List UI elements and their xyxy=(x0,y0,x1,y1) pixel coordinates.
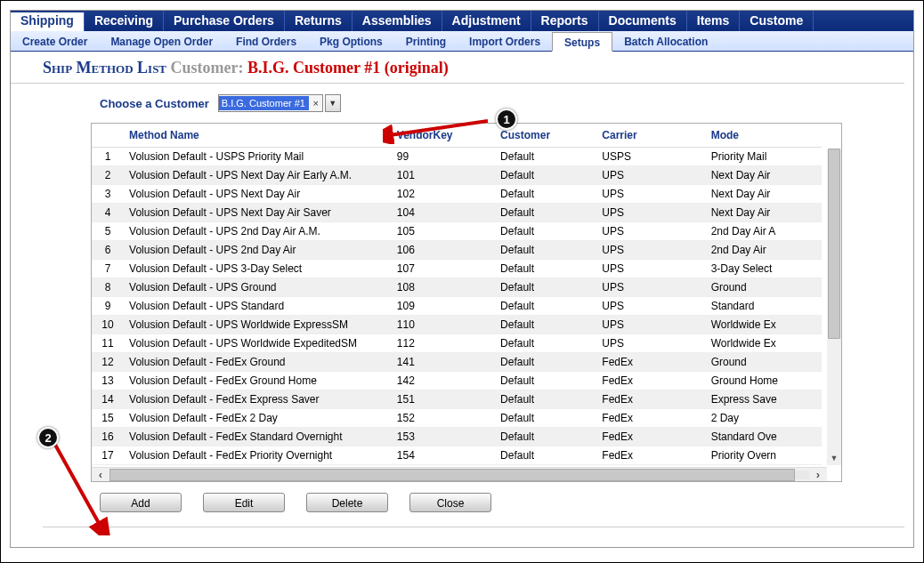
cell: FedEx xyxy=(596,353,705,372)
cell: 5 xyxy=(92,222,124,241)
table-row[interactable]: 16Volusion Default - FedEx Standard Over… xyxy=(92,428,822,446)
main-tab-documents[interactable]: Documents xyxy=(599,11,687,31)
cell: Ground Home xyxy=(706,372,822,390)
cell: Volusion Default - UPS Standard xyxy=(124,297,392,316)
sub-tab-find-orders[interactable]: Find Orders xyxy=(224,31,308,51)
table-row[interactable]: 5Volusion Default - UPS 2nd Day Air A.M.… xyxy=(92,222,822,241)
scroll-right-icon[interactable]: › xyxy=(809,468,827,481)
cell: 110 xyxy=(392,316,495,334)
cell: Volusion Default - FedEx 2 Day xyxy=(124,409,392,428)
scroll-down-icon[interactable]: ▼ xyxy=(827,451,841,465)
add-button[interactable]: Add xyxy=(100,493,182,512)
col-header-method[interactable]: Method Name xyxy=(124,124,392,148)
customer-input[interactable]: B.I.G. Customer #1 × xyxy=(218,94,323,112)
cell: Default xyxy=(495,204,596,222)
cell: Default xyxy=(495,297,596,316)
cell: Default xyxy=(495,222,596,241)
main-tab-shipping[interactable]: Shipping xyxy=(11,11,85,31)
cell: UPS xyxy=(596,222,705,241)
main-nav: ShippingReceivingPurchase OrdersReturnsA… xyxy=(11,11,913,31)
table-row[interactable]: 8Volusion Default - UPS Ground108Default… xyxy=(92,278,822,297)
delete-button[interactable]: Delete xyxy=(306,493,388,512)
cell: Worldwide Ex xyxy=(706,334,822,353)
cell: 8 xyxy=(92,278,124,297)
scroll-left-icon[interactable]: ‹ xyxy=(92,468,109,481)
table-row[interactable]: 14Volusion Default - FedEx Express Saver… xyxy=(92,390,822,409)
customer-dropdown-button[interactable]: ▼ xyxy=(325,94,341,112)
table-row[interactable]: 2Volusion Default - UPS Next Day Air Ear… xyxy=(92,166,822,185)
main-tab-adjustment[interactable]: Adjustment xyxy=(442,11,531,31)
cell: 104 xyxy=(392,204,495,222)
table-row[interactable]: 9Volusion Default - UPS Standard109Defau… xyxy=(92,297,822,316)
cell: Default xyxy=(495,185,596,204)
table-row[interactable]: 3Volusion Default - UPS Next Day Air102D… xyxy=(92,185,822,204)
cell: Volusion Default - UPS Next Day Air Save… xyxy=(124,204,392,222)
cell: Default xyxy=(495,409,596,428)
main-tab-reports[interactable]: Reports xyxy=(531,11,599,31)
cell: UPS xyxy=(596,185,705,204)
table-row[interactable]: 11Volusion Default - UPS Worldwide Exped… xyxy=(92,334,822,353)
table-row[interactable]: 1Volusion Default - USPS Priority Mail99… xyxy=(92,148,822,166)
cell: UPS xyxy=(596,260,705,278)
cell: Standard xyxy=(706,297,822,316)
vertical-scrollbar[interactable]: ▼ xyxy=(827,149,841,465)
sub-tab-manage-open-order[interactable]: Manage Open Order xyxy=(99,31,224,51)
main-tab-custome[interactable]: Custome xyxy=(740,11,814,31)
horizontal-scrollbar[interactable]: ‹ › xyxy=(92,467,827,481)
sub-tab-import-orders[interactable]: Import Orders xyxy=(458,31,552,51)
cell: 2nd Day Air A xyxy=(706,222,822,241)
main-tab-purchase-orders[interactable]: Purchase Orders xyxy=(164,11,285,31)
cell: 108 xyxy=(392,278,495,297)
sub-tab-create-order[interactable]: Create Order xyxy=(11,31,99,51)
cell: Volusion Default - UPS 2nd Day Air xyxy=(124,241,392,260)
cell: 6 xyxy=(92,241,124,260)
table-row[interactable]: 12Volusion Default - FedEx Ground141Defa… xyxy=(92,353,822,372)
cell: 3 xyxy=(92,185,124,204)
cell: 151 xyxy=(392,390,495,409)
table-row[interactable]: 15Volusion Default - FedEx 2 Day152Defau… xyxy=(92,409,822,428)
sub-tab-setups[interactable]: Setups xyxy=(552,32,612,52)
cell: Volusion Default - UPS 3-Day Select xyxy=(124,260,392,278)
col-header-vendorkey[interactable]: VendorKey xyxy=(392,124,495,148)
sub-tab-pkg-options[interactable]: Pkg Options xyxy=(308,31,394,51)
table-row[interactable]: 4Volusion Default - UPS Next Day Air Sav… xyxy=(92,204,822,222)
cell: 7 xyxy=(92,260,124,278)
clear-customer-icon[interactable]: × xyxy=(309,98,321,109)
main-tab-receiving[interactable]: Receiving xyxy=(85,11,164,31)
table-row[interactable]: 17Volusion Default - FedEx Priority Over… xyxy=(92,446,822,465)
col-header-mode[interactable]: Mode xyxy=(706,124,822,148)
page-title: Ship Method List Customer: B.I.G. Custom… xyxy=(11,52,904,84)
cell: UPS xyxy=(596,278,705,297)
cell: Volusion Default - USPS Priority Mail xyxy=(124,148,392,166)
cell: Volusion Default - UPS Ground xyxy=(124,278,392,297)
table-row[interactable]: 6Volusion Default - UPS 2nd Day Air106De… xyxy=(92,241,822,260)
close-button[interactable]: Close xyxy=(409,493,491,512)
cell: UPS xyxy=(596,204,705,222)
cell: Express Save xyxy=(706,390,822,409)
sub-tab-batch-allocation[interactable]: Batch Allocation xyxy=(612,31,719,51)
cell: 9 xyxy=(92,297,124,316)
table-row[interactable]: 10Volusion Default - UPS Worldwide Expre… xyxy=(92,316,822,334)
cell: 16 xyxy=(92,428,124,446)
col-header-index[interactable] xyxy=(92,124,124,148)
cell: Next Day Air xyxy=(706,204,822,222)
col-header-carrier[interactable]: Carrier xyxy=(596,124,705,148)
cell: FedEx xyxy=(596,446,705,465)
cell: Volusion Default - FedEx Priority Overni… xyxy=(124,446,392,465)
cell: 142 xyxy=(392,372,495,390)
cell: 107 xyxy=(392,260,495,278)
cell: 3-Day Select xyxy=(706,260,822,278)
table-row[interactable]: 13Volusion Default - FedEx Ground Home14… xyxy=(92,372,822,390)
sub-tab-printing[interactable]: Printing xyxy=(394,31,458,51)
main-tab-items[interactable]: Items xyxy=(687,11,741,31)
main-tab-assemblies[interactable]: Assemblies xyxy=(353,11,442,31)
cell: 17 xyxy=(92,446,124,465)
main-tab-returns[interactable]: Returns xyxy=(285,11,353,31)
hscroll-thumb[interactable] xyxy=(109,469,795,481)
cell: 141 xyxy=(392,353,495,372)
table-row[interactable]: 7Volusion Default - UPS 3-Day Select107D… xyxy=(92,260,822,278)
edit-button[interactable]: Edit xyxy=(203,493,285,512)
scrollbar-thumb[interactable] xyxy=(828,149,840,339)
chevron-down-icon: ▼ xyxy=(328,99,336,108)
cell: 15 xyxy=(92,409,124,428)
